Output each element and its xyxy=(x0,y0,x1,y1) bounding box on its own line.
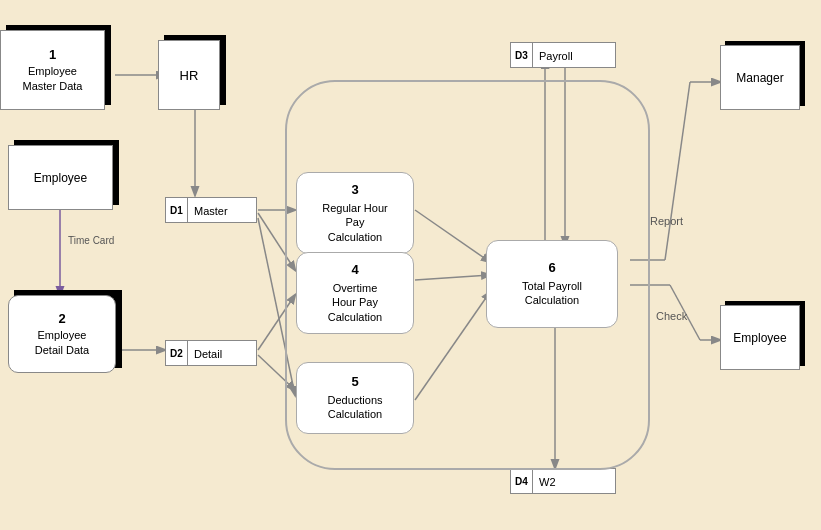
report-flow-label: Report xyxy=(650,215,683,227)
process-3: 3 Regular HourPayCalculation xyxy=(296,172,414,254)
d1-id: D1 xyxy=(166,198,188,222)
p6-num: 6 xyxy=(548,260,555,277)
p6-label: Total PayrollCalculation xyxy=(522,279,582,308)
manager-label: Manager xyxy=(736,71,783,85)
datastore-d3: D3 Payroll xyxy=(510,42,616,68)
check-flow-label: Check xyxy=(656,310,687,322)
process-4: 4 OvertimeHour PayCalculation xyxy=(296,252,414,334)
p2-label2: Detail Data xyxy=(35,343,89,358)
d4-id: D4 xyxy=(511,469,533,493)
d1-name: Master xyxy=(194,205,228,217)
d3-id: D3 xyxy=(511,43,533,67)
d3-name: Payroll xyxy=(539,50,573,62)
svg-line-15 xyxy=(665,82,690,260)
d4-name: W2 xyxy=(539,476,556,488)
hr-label: HR xyxy=(180,68,199,83)
emp-master-label2: Master Data xyxy=(23,79,83,94)
datastore-d1: D1 Master xyxy=(165,197,257,223)
p4-label: OvertimeHour PayCalculation xyxy=(328,281,382,324)
emp-master-num: 1 xyxy=(49,46,56,64)
p5-num: 5 xyxy=(351,374,358,391)
time-card-label: Time Card xyxy=(68,235,114,246)
p2-num: 2 xyxy=(58,310,65,328)
p2-label: Employee xyxy=(38,328,87,343)
p3-label: Regular HourPayCalculation xyxy=(322,201,387,244)
datastore-d4: D4 W2 xyxy=(510,468,616,494)
process-6: 6 Total PayrollCalculation xyxy=(486,240,618,328)
p5-label: DeductionsCalculation xyxy=(327,393,382,422)
emp-master-label1: Employee xyxy=(28,64,77,79)
d2-name: Detail xyxy=(194,348,222,360)
employee-right-label: Employee xyxy=(733,331,786,345)
p4-num: 4 xyxy=(351,262,358,279)
employee-left-label: Employee xyxy=(34,171,87,185)
datastore-d2: D2 Detail xyxy=(165,340,257,366)
d2-id: D2 xyxy=(166,341,188,365)
p3-num: 3 xyxy=(351,182,358,199)
process-5: 5 DeductionsCalculation xyxy=(296,362,414,434)
diagram-container: 1 Employee Master Data HR Employee Time … xyxy=(0,0,821,530)
